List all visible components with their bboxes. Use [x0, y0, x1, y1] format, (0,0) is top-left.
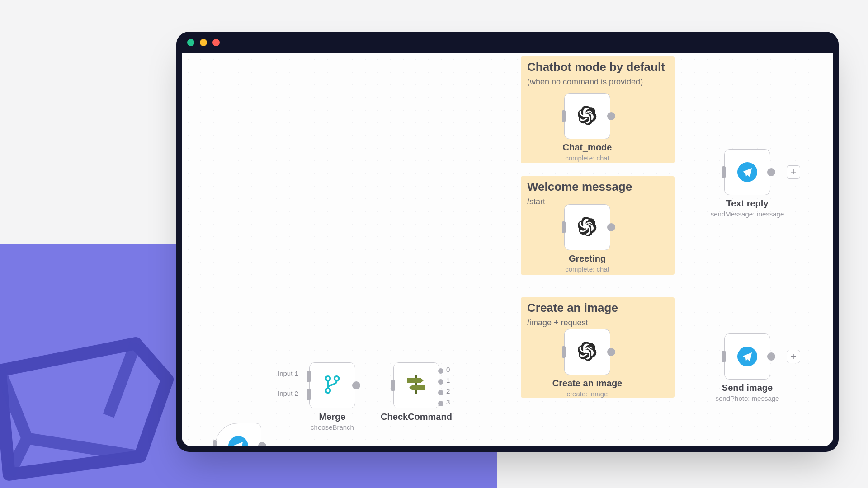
- output-port[interactable]: [607, 223, 615, 231]
- input-label-1: Input 1: [278, 370, 298, 377]
- node-label: Greeting: [528, 253, 646, 264]
- node-sublabel: create: image: [524, 390, 651, 398]
- node-chat-mode[interactable]: Chat_mode complete: chat: [564, 93, 610, 139]
- node-label: Chat_mode: [528, 142, 646, 153]
- svg-rect-3: [415, 375, 417, 394]
- output-label-3: 3: [446, 398, 455, 406]
- input-port[interactable]: [722, 166, 726, 178]
- output-port[interactable]: [767, 168, 775, 176]
- workflow-canvas[interactable]: Chatbot mode by default (when no command…: [182, 53, 833, 446]
- background-box-illustration: [0, 307, 190, 488]
- branch-icon: [322, 374, 343, 397]
- output-port-0[interactable]: [438, 368, 443, 374]
- output-label-1: 1: [446, 376, 455, 384]
- node-merge[interactable]: Merge chooseBranch: [309, 362, 355, 408]
- node-check-command[interactable]: 0 1 2 3 CheckCommand: [393, 362, 439, 408]
- group-subtitle: /image + request: [527, 318, 588, 328]
- input-port[interactable]: [391, 380, 395, 391]
- output-port[interactable]: [352, 381, 360, 389]
- output-port-2[interactable]: [438, 390, 443, 395]
- openai-icon: [578, 217, 597, 238]
- node-sublabel: sendMessage: message: [684, 210, 811, 218]
- group-title: Chatbot mode by default: [527, 60, 665, 74]
- telegram-icon: [737, 162, 757, 182]
- output-port[interactable]: [607, 112, 615, 120]
- node-sublabel: chooseBranch: [269, 423, 396, 431]
- node-text-reply[interactable]: Text reply sendMessage: message: [724, 149, 770, 195]
- traffic-light-zoom-icon[interactable]: [212, 39, 220, 46]
- node-label: CheckCommand: [358, 412, 475, 422]
- input-port-2[interactable]: [307, 389, 311, 400]
- input-port[interactable]: [562, 110, 566, 122]
- node-sublabel: complete: chat: [524, 265, 651, 273]
- input-port[interactable]: [562, 221, 566, 233]
- openai-icon: [578, 342, 597, 362]
- input-port[interactable]: [562, 346, 566, 358]
- input-port-1[interactable]: [307, 371, 311, 382]
- add-connection-button[interactable]: +: [787, 350, 800, 363]
- input-port[interactable]: [722, 351, 726, 362]
- output-label-2: 2: [446, 387, 455, 395]
- node-greeting[interactable]: Greeting complete: chat: [564, 204, 610, 250]
- group-title: Create an image: [527, 301, 618, 315]
- window-titlebar: [176, 32, 839, 53]
- node-sublabel: complete: chat: [524, 154, 651, 162]
- node-create-image[interactable]: Create an image create: image: [564, 329, 610, 375]
- node-label: Text reply: [689, 198, 806, 209]
- group-subtitle: /start: [527, 197, 545, 206]
- node-send-image[interactable]: Send image sendPhoto: message: [724, 333, 770, 380]
- input-port[interactable]: [213, 440, 217, 446]
- output-port-3[interactable]: [438, 401, 443, 406]
- output-port-1[interactable]: [438, 379, 443, 385]
- add-connection-button[interactable]: +: [787, 165, 800, 179]
- telegram-icon: [737, 347, 757, 366]
- group-title: Welcome message: [527, 180, 632, 194]
- output-port[interactable]: [767, 352, 775, 361]
- output-label-0: 0: [446, 366, 455, 373]
- openai-icon: [578, 106, 597, 127]
- input-label-2: Input 2: [278, 389, 298, 397]
- traffic-light-minimize-icon[interactable]: [200, 39, 207, 46]
- group-subtitle: (when no command is provided): [527, 77, 643, 87]
- traffic-light-close-icon[interactable]: [187, 39, 194, 46]
- app-window: Chatbot mode by default (when no command…: [176, 32, 839, 452]
- signpost-icon: [405, 373, 428, 398]
- node-label: Create an image: [528, 378, 646, 389]
- output-port[interactable]: [607, 348, 615, 356]
- node-label: Send image: [689, 383, 806, 393]
- node-sublabel: sendPhoto: message: [684, 394, 811, 402]
- telegram-icon: [228, 436, 248, 446]
